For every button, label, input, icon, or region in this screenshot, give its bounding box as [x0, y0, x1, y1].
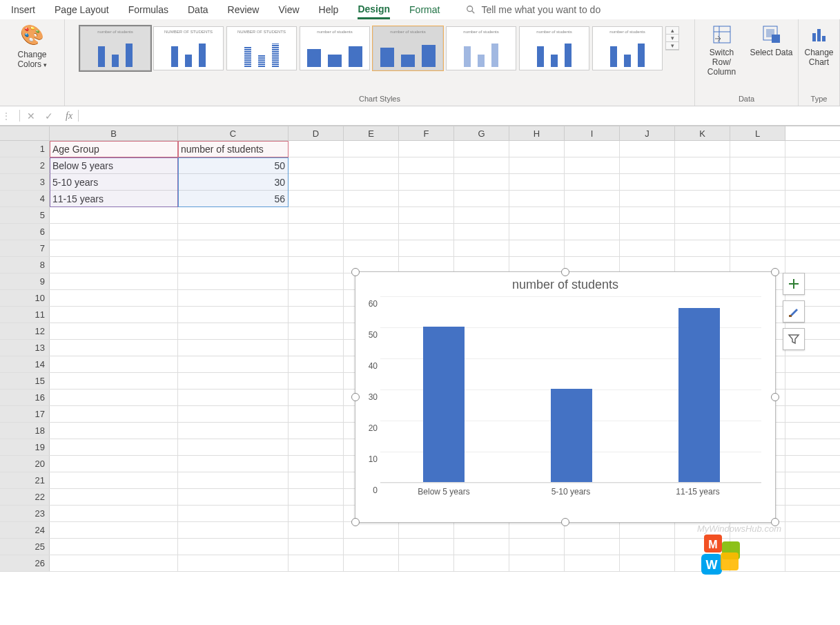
- cell-C22[interactable]: [178, 489, 289, 505]
- cell-B23[interactable]: [50, 506, 178, 521]
- cell-I25[interactable]: [565, 539, 620, 555]
- cell-K7[interactable]: [675, 240, 730, 256]
- tab-view[interactable]: View: [278, 1, 299, 18]
- chart-style-7[interactable]: number of students: [519, 26, 589, 70]
- row-header-21[interactable]: 21: [0, 472, 50, 488]
- embedded-chart[interactable]: number of students 0102030405060 Below 5…: [355, 271, 776, 523]
- tab-formulas[interactable]: Formulas: [128, 1, 168, 18]
- cell-H4[interactable]: [509, 191, 565, 206]
- cell-D21[interactable]: [289, 472, 344, 488]
- cell-J3[interactable]: [620, 174, 675, 190]
- col-header-F[interactable]: F: [399, 126, 454, 140]
- cell-G5[interactable]: [454, 207, 509, 223]
- col-header-B[interactable]: B: [50, 126, 178, 140]
- chart-handle-ml[interactable]: [351, 393, 360, 401]
- cell-C8[interactable]: [178, 257, 289, 273]
- cell-E2[interactable]: [344, 157, 399, 173]
- chart-handle-tl[interactable]: [351, 268, 360, 276]
- row-header-11[interactable]: 11: [0, 307, 50, 323]
- cell-G3[interactable]: [454, 174, 509, 190]
- tab-insert[interactable]: Insert: [11, 1, 35, 18]
- row-header-14[interactable]: 14: [0, 356, 50, 372]
- row-header-18[interactable]: 18: [0, 423, 50, 439]
- cell-C16[interactable]: [178, 390, 289, 405]
- cell-D7[interactable]: [289, 240, 344, 256]
- cell-C9[interactable]: [178, 273, 289, 289]
- col-header-L[interactable]: L: [730, 126, 785, 140]
- cell-D6[interactable]: [289, 224, 344, 240]
- chart-handle-bl[interactable]: [351, 518, 360, 526]
- cell-F26[interactable]: [399, 555, 454, 571]
- cell-B1[interactable]: Age Group: [50, 141, 178, 157]
- row-header-24[interactable]: 24: [0, 522, 50, 538]
- cell-J7[interactable]: [620, 240, 675, 256]
- cell-G7[interactable]: [454, 240, 509, 256]
- cell-L2[interactable]: [730, 157, 785, 173]
- cell-F3[interactable]: [399, 174, 454, 190]
- cell-C20[interactable]: [178, 456, 289, 472]
- cell-H1[interactable]: [509, 141, 565, 157]
- cell-I1[interactable]: [565, 141, 620, 157]
- cell-E25[interactable]: [344, 539, 399, 555]
- cell-F4[interactable]: [399, 191, 454, 206]
- row-header-26[interactable]: 26: [0, 555, 50, 571]
- cell-H7[interactable]: [509, 240, 565, 256]
- cell-B24[interactable]: [50, 522, 178, 538]
- cell-B19[interactable]: [50, 439, 178, 455]
- fx-label[interactable]: fx: [60, 110, 78, 122]
- gallery-scroll-down[interactable]: ▾: [666, 35, 678, 42]
- cell-G2[interactable]: [454, 157, 509, 173]
- cell-D26[interactable]: [289, 555, 344, 571]
- cell-G4[interactable]: [454, 191, 509, 206]
- cell-G26[interactable]: [454, 555, 509, 571]
- formula-input[interactable]: [79, 106, 840, 125]
- tab-format[interactable]: Format: [409, 1, 440, 18]
- cell-C18[interactable]: [178, 423, 289, 439]
- chart-plot-area[interactable]: 0102030405060: [380, 296, 761, 483]
- cell-F5[interactable]: [399, 207, 454, 223]
- chart-handle-tc[interactable]: [561, 268, 569, 276]
- cell-D15[interactable]: [289, 373, 344, 389]
- cell-C3[interactable]: 30: [178, 174, 289, 190]
- row-header-12[interactable]: 12: [0, 323, 50, 339]
- chart-handle-tr[interactable]: [771, 268, 779, 276]
- cell-D25[interactable]: [289, 539, 344, 555]
- col-header-C[interactable]: C: [178, 126, 289, 140]
- col-header-J[interactable]: J: [620, 126, 675, 140]
- cell-I2[interactable]: [565, 157, 620, 173]
- cell-D16[interactable]: [289, 390, 344, 405]
- cell-D11[interactable]: [289, 307, 344, 323]
- cell-J8[interactable]: [620, 257, 675, 273]
- cell-L6[interactable]: [730, 224, 785, 240]
- chart-style-6[interactable]: number of students: [446, 26, 516, 70]
- cell-C11[interactable]: [178, 307, 289, 323]
- tab-help[interactable]: Help: [319, 1, 339, 18]
- row-header-10[interactable]: 10: [0, 290, 50, 306]
- cell-K3[interactable]: [675, 174, 730, 190]
- cell-D12[interactable]: [289, 323, 344, 339]
- cell-D2[interactable]: [289, 157, 344, 173]
- cell-G1[interactable]: [454, 141, 509, 157]
- cell-B12[interactable]: [50, 323, 178, 339]
- tab-page-layout[interactable]: Page Layout: [55, 1, 109, 18]
- select-data-button[interactable]: Select Data: [750, 23, 794, 77]
- cell-B21[interactable]: [50, 472, 178, 488]
- cell-C26[interactable]: [178, 555, 289, 571]
- cell-K8[interactable]: [675, 257, 730, 273]
- cell-E7[interactable]: [344, 240, 399, 256]
- cell-C25[interactable]: [178, 539, 289, 555]
- row-header-19[interactable]: 19: [0, 439, 50, 455]
- cell-C21[interactable]: [178, 472, 289, 488]
- cell-F2[interactable]: [399, 157, 454, 173]
- row-header-15[interactable]: 15: [0, 373, 50, 389]
- chart-filters-button[interactable]: [783, 328, 805, 350]
- cell-H24[interactable]: [509, 522, 565, 538]
- cell-D13[interactable]: [289, 340, 344, 356]
- select-all-corner[interactable]: [0, 126, 50, 140]
- cell-J6[interactable]: [620, 224, 675, 240]
- cell-H26[interactable]: [509, 555, 565, 571]
- cell-B16[interactable]: [50, 390, 178, 405]
- cell-K4[interactable]: [675, 191, 730, 206]
- cell-E5[interactable]: [344, 207, 399, 223]
- row-header-9[interactable]: 9: [0, 273, 50, 289]
